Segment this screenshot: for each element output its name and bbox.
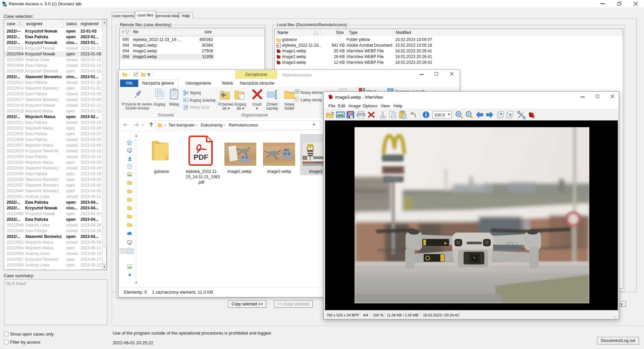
svg-text:PDF: PDF [194, 153, 208, 161]
svg-text:W...: W... [184, 99, 189, 102]
svg-text:MINI 2: MINI 2 [505, 241, 519, 246]
